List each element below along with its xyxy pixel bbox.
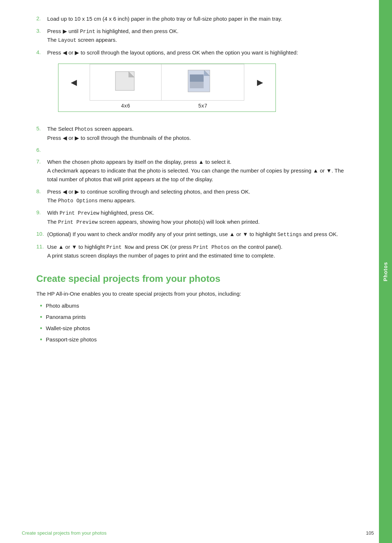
paper-5x7-svg (186, 68, 219, 94)
step-num-3: 3. (36, 27, 47, 45)
arrow-right-cell: ▶ (244, 64, 275, 100)
paper-4x6-svg (113, 68, 139, 94)
step-num-11: 11. (36, 243, 47, 260)
blank-cell-left (58, 100, 90, 112)
footer-link: Create special projects from your photos (22, 530, 106, 536)
settings-mono: Settings (277, 232, 302, 238)
photos-mono: Photos (75, 126, 93, 132)
step-7: 7. When the chosen photo appears by itse… (36, 158, 350, 184)
step-3: 3. Press ▶ until Print is highlighted, a… (36, 27, 350, 45)
svg-rect-7 (190, 74, 204, 82)
step-num-9: 9. (36, 208, 47, 226)
steps-list: 2. Load up to 10 x 15 cm (4 x 6 inch) pa… (36, 15, 350, 260)
side-tab: Photos (379, 0, 392, 543)
step-7-sub: A checkmark appears to indicate that the… (47, 167, 344, 182)
arrow-right-icon-5: ▶ (75, 135, 79, 141)
arrow-left-icon-4: ◀ (63, 49, 67, 56)
main-content: 2. Load up to 10 x 15 cm (4 x 6 inch) pa… (0, 0, 379, 543)
step-num-7: 7. (36, 158, 47, 184)
step-9-content: With Print Preview highlighted, press OK… (47, 208, 350, 226)
blank-cell-right (244, 100, 275, 112)
step-10: 10. (Optional) If you want to check and/… (36, 230, 350, 239)
bullet-dot-1: • (40, 301, 42, 311)
step-num-2: 2. (36, 15, 47, 23)
bullet-item-1: • Photo albums (40, 302, 350, 311)
arrow-right-icon-4: ▶ (75, 49, 79, 56)
step-10-content: (Optional) If you want to check and/or m… (47, 230, 350, 239)
bullet-dot-3: • (40, 324, 42, 333)
print-preview-mono-9: Print Preview (60, 210, 99, 216)
bullet-dot-2: • (40, 312, 42, 322)
bullet-dot-4: • (40, 335, 42, 345)
layout-mono: Layout (58, 37, 76, 43)
image-5x7-cell (161, 64, 244, 100)
arrow-up-icon-7: ▲ (199, 159, 204, 165)
bullet-list: • Photo albums • Panorama prints • Walle… (40, 302, 350, 345)
step-7-content: When the chosen photo appears by itself … (47, 158, 350, 184)
step-num-8: 8. (36, 187, 47, 205)
label-4x6: 4x6 (90, 100, 161, 112)
footer-bar: Create special projects from your photos… (22, 530, 374, 536)
step-8: 8. Press ◀ or ▶ to continue scrolling th… (36, 187, 350, 205)
step-11-content: Use ▲ or ▼ to highlight Print Now and pr… (47, 243, 350, 260)
step-5-screen-pre: The Select Photos screen appears. (47, 126, 134, 132)
image-4x6-cell (90, 64, 161, 100)
step-num-5: 5. (36, 125, 47, 142)
step-11: 11. Use ▲ or ▼ to highlight Print Now an… (36, 243, 350, 260)
step-3-content: Press ▶ until Print is highlighted, and … (47, 27, 350, 45)
arrow-right-icon-8: ▶ (75, 189, 79, 195)
step-11-sub: A print status screen displays the numbe… (47, 252, 275, 259)
step-4-content: Press ◀ or ▶ to scroll through the layou… (47, 48, 350, 121)
print-preview-mono-9b: Print Preview (58, 219, 98, 225)
step-num-10: 10. (36, 230, 47, 239)
layout-table-wrapper: ◀ (58, 64, 276, 112)
step-6: 6. (36, 146, 350, 154)
footer-page: 105 (366, 530, 374, 536)
bullet-text-3: Wallet-size photos (46, 324, 90, 333)
step-num-6: 6. (36, 146, 47, 154)
bullet-item-2: • Panorama prints (40, 313, 350, 322)
step-5-content: The Select Photos screen appears. Press … (47, 125, 350, 142)
step-2-text: Load up to 10 x 15 cm (4 x 6 inch) paper… (47, 15, 350, 23)
step-9-sub: The Print Preview screen appears, showin… (47, 219, 260, 225)
step-5: 5. The Select Photos screen appears. Pre… (36, 125, 350, 142)
bullet-text-4: Passport-size photos (46, 336, 97, 344)
arrow-left-icon-8: ◀ (63, 189, 67, 195)
bullet-item-4: • Passport-size photos (40, 336, 350, 345)
step-8-content: Press ◀ or ▶ to continue scrolling throu… (47, 187, 350, 205)
print-now-mono: Print Now (106, 244, 134, 250)
bullet-text-2: Panorama prints (46, 313, 86, 321)
arrow-right-icon-3: ▶ (63, 28, 67, 34)
layout-table: ◀ (58, 64, 275, 112)
label-5x7: 5x7 (161, 100, 244, 112)
bullet-item-3: • Wallet-size photos (40, 324, 350, 333)
step-4: 4. Press ◀ or ▶ to scroll through the la… (36, 48, 350, 121)
bullet-text-1: Photo albums (46, 302, 79, 310)
section-intro: The HP All-in-One enables you to create … (36, 289, 350, 298)
step-3-sub: The Layout screen appears. (47, 37, 117, 43)
step-9: 9. With Print Preview highlighted, press… (36, 208, 350, 226)
step-num-4: 4. (36, 48, 47, 121)
section-heading: Create special projects from your photos (36, 273, 350, 284)
step-8-sub: The Photo Options menu appears. (47, 197, 135, 203)
photo-options-mono: Photo Options (58, 198, 98, 204)
print-photos-mono: Print Photos (193, 244, 230, 250)
side-tab-label: Photos (383, 262, 388, 281)
step-2: 2. Load up to 10 x 15 cm (4 x 6 inch) pa… (36, 15, 350, 23)
print-mono: Print (80, 29, 95, 35)
arrow-left-icon-5: ◀ (63, 135, 67, 141)
arrow-left-cell: ◀ (58, 64, 90, 100)
step-6-text (47, 146, 350, 154)
page-container: Photos 2. Load up to 10 x 15 cm (4 x 6 i… (0, 0, 392, 543)
